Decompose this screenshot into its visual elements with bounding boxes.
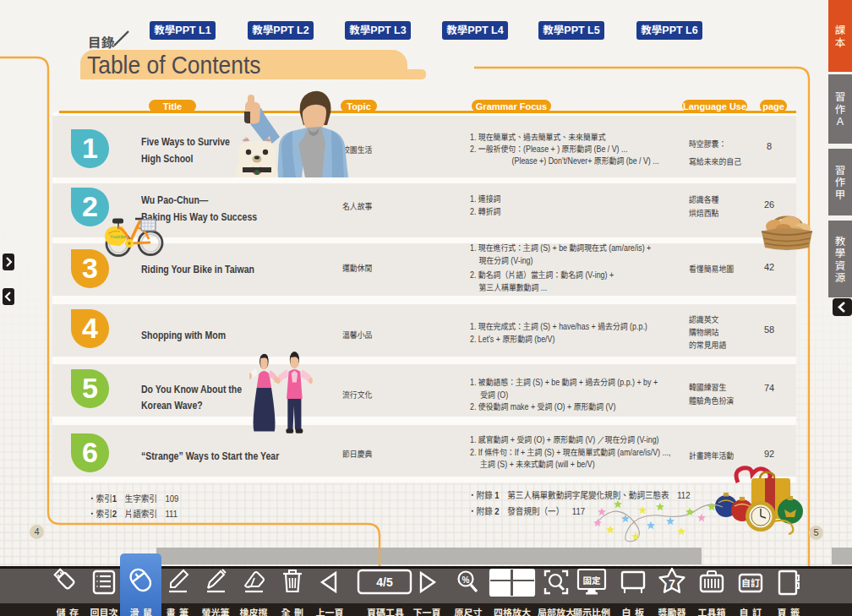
svg-text:7: 7 xyxy=(669,577,675,591)
svg-text:固定: 固定 xyxy=(583,574,601,586)
svg-text:%: % xyxy=(462,575,470,585)
svg-text:自訂: 自訂 xyxy=(741,575,760,589)
svg-text:4/5: 4/5 xyxy=(376,575,393,589)
